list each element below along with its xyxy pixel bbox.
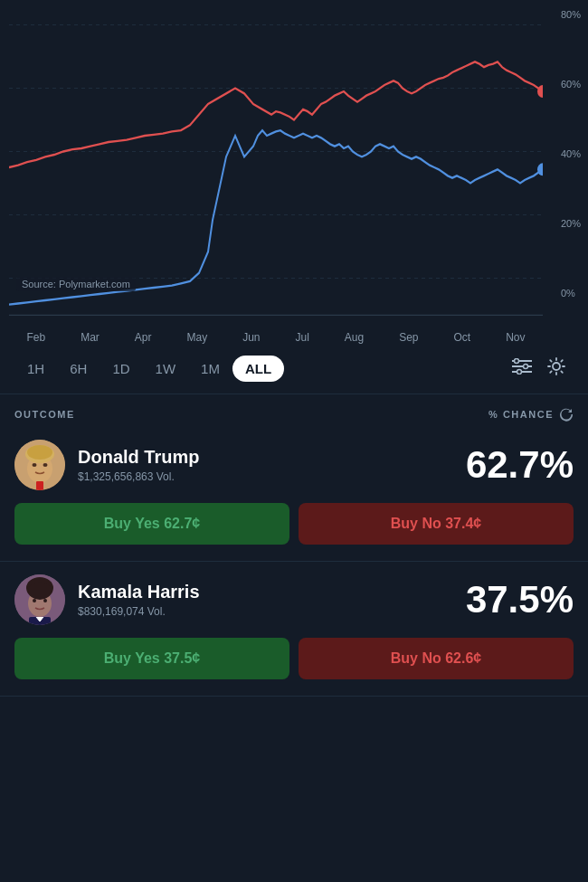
- svg-point-11: [517, 370, 522, 375]
- time-btn-6h[interactable]: 6H: [57, 356, 100, 382]
- chance-label: % CHANCE: [488, 409, 554, 420]
- chart-area: Source: Polymarket.com 80% 60% 40% 20% 0…: [0, 0, 588, 326]
- trump-buy-yes[interactable]: Buy Yes 62.7¢: [14, 503, 289, 545]
- harris-volume: $830,169,074 Vol.: [78, 605, 200, 618]
- trump-buy-no[interactable]: Buy No 37.4¢: [299, 503, 574, 545]
- harris-name: Kamala Harris: [78, 582, 200, 602]
- refresh-icon[interactable]: [559, 407, 574, 422]
- outcome-header: OUTCOME % CHANCE: [0, 394, 588, 427]
- svg-rect-19: [36, 481, 43, 490]
- svg-point-23: [28, 582, 52, 600]
- trump-volume: $1,325,656,863 Vol.: [78, 470, 199, 483]
- svg-point-16: [27, 445, 52, 460]
- time-btn-all[interactable]: ALL: [232, 356, 284, 382]
- time-btn-1m[interactable]: 1M: [188, 356, 232, 382]
- harris-percentage: 37.5%: [466, 578, 574, 621]
- svg-point-17: [33, 463, 37, 467]
- trump-avatar: [14, 440, 65, 490]
- harris-buy-yes[interactable]: Buy Yes 37.5¢: [14, 638, 289, 679]
- time-btn-1h[interactable]: 1H: [14, 356, 57, 382]
- time-btn-1d[interactable]: 1D: [100, 356, 142, 382]
- trump-card: Donald Trump $1,325,656,863 Vol. 62.7% B…: [0, 427, 588, 562]
- y-axis: 80% 60% 40% 20% 0%: [561, 9, 581, 299]
- harris-buy-no[interactable]: Buy No 62.6¢: [299, 638, 574, 679]
- svg-point-25: [43, 599, 47, 602]
- time-btn-1w[interactable]: 1W: [143, 356, 189, 382]
- svg-point-9: [515, 359, 519, 364]
- trump-name: Donald Trump: [78, 447, 199, 468]
- trump-percentage: 62.7%: [466, 443, 574, 487]
- settings-icon-btn[interactable]: [539, 353, 574, 384]
- svg-point-12: [553, 363, 560, 370]
- svg-point-10: [524, 365, 528, 369]
- filter-icon-btn[interactable]: [505, 355, 539, 383]
- harris-card: Kamala Harris $830,169,074 Vol. 37.5% Bu…: [0, 562, 588, 697]
- svg-point-18: [43, 463, 48, 467]
- harris-avatar: [14, 574, 65, 625]
- svg-point-24: [33, 599, 36, 602]
- chart-source: Source: Polymarket.com: [16, 277, 136, 291]
- time-filter-bar: 1H 6H 1D 1W 1M ALL: [0, 344, 588, 394]
- outcome-label: OUTCOME: [14, 409, 75, 420]
